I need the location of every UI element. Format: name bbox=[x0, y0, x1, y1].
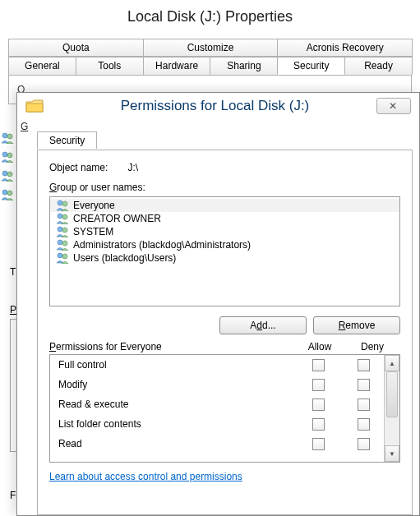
remove-button[interactable]: Remove bbox=[313, 316, 400, 334]
list-item-label: Users (blackdog\Users) bbox=[73, 252, 176, 264]
group-icon bbox=[0, 132, 15, 144]
permission-row: Read bbox=[50, 434, 384, 454]
object-name-value: J:\ bbox=[127, 162, 138, 173]
deny-checkbox[interactable] bbox=[358, 418, 370, 431]
permission-row: Read & execute bbox=[50, 394, 384, 414]
group-icon bbox=[55, 200, 70, 211]
list-item-label: Administrators (blackdog\Administrators) bbox=[73, 239, 251, 251]
deny-checkbox[interactable] bbox=[358, 379, 370, 391]
deny-header: Deny bbox=[344, 341, 400, 352]
list-item-label: CREATOR OWNER bbox=[73, 213, 161, 224]
group-icon bbox=[0, 151, 15, 163]
tab-acronis-recovery[interactable]: Acronis Recovery bbox=[277, 39, 413, 57]
tab-hardware[interactable]: Hardware bbox=[143, 57, 211, 75]
fragment-P: P bbox=[10, 304, 16, 316]
list-item-label: Everyone bbox=[73, 200, 115, 211]
list-item[interactable]: CREATOR OWNER bbox=[50, 212, 399, 225]
add-button[interactable]: Add... bbox=[219, 316, 307, 334]
deny-checkbox[interactable] bbox=[358, 359, 370, 371]
permission-row: List folder contents bbox=[50, 414, 384, 434]
group-icon bbox=[55, 213, 70, 224]
list-item[interactable]: SYSTEM bbox=[50, 225, 399, 238]
fragment-F: F bbox=[10, 490, 16, 501]
tab-ready[interactable]: Ready bbox=[344, 57, 413, 75]
group-user-list[interactable]: EveryoneCREATOR OWNERSYSTEMAdministrator… bbox=[49, 196, 400, 306]
scroll-thumb[interactable] bbox=[386, 371, 398, 417]
permission-name: Read & execute bbox=[58, 399, 293, 410]
object-name-label: Object name: bbox=[49, 162, 108, 173]
list-item-label: SYSTEM bbox=[73, 226, 113, 237]
permissions-grid: Full controlModifyRead & executeList fol… bbox=[49, 354, 400, 463]
group-users-label: Group or user names: bbox=[49, 182, 400, 193]
fragment-T: T bbox=[10, 266, 16, 278]
close-button[interactable]: ✕ bbox=[376, 98, 411, 114]
tab-security[interactable]: Security bbox=[37, 131, 97, 149]
tab-general[interactable]: General bbox=[8, 57, 76, 75]
scrollbar[interactable]: ▲ ▼ bbox=[384, 355, 399, 462]
permission-name: Full control bbox=[58, 359, 293, 371]
permission-row: Full control bbox=[50, 355, 384, 375]
parent-window-title: Local Disk (J:) Properties bbox=[0, 0, 420, 34]
close-icon: ✕ bbox=[389, 100, 399, 112]
list-item[interactable]: Everyone bbox=[50, 199, 399, 212]
tab-sharing[interactable]: Sharing bbox=[210, 57, 278, 75]
list-item[interactable]: Administrators (blackdog\Administrators) bbox=[50, 238, 399, 251]
tab-customize[interactable]: Customize bbox=[143, 39, 279, 57]
sidebar-fragment bbox=[0, 130, 16, 205]
allow-checkbox[interactable] bbox=[312, 379, 325, 391]
allow-checkbox[interactable] bbox=[312, 418, 325, 431]
dialog-title: Permissions for Local Disk (J:) bbox=[53, 98, 376, 114]
allow-checkbox[interactable] bbox=[312, 359, 325, 371]
permission-name: List folder contents bbox=[58, 418, 293, 430]
deny-checkbox[interactable] bbox=[358, 438, 370, 450]
list-item[interactable]: Users (blackdog\Users) bbox=[50, 251, 399, 265]
security-frame: Object name: J:\ Group or user names: Ev… bbox=[37, 150, 413, 515]
allow-checkbox[interactable] bbox=[312, 399, 325, 411]
folder-icon bbox=[25, 99, 44, 113]
permissions-dialog: Permissions for Local Disk (J:) ✕ G Secu… bbox=[16, 92, 420, 516]
tab-security[interactable]: Security bbox=[277, 57, 345, 75]
group-icon bbox=[55, 226, 70, 237]
scroll-down-icon[interactable]: ▼ bbox=[385, 445, 399, 462]
scroll-up-icon[interactable]: ▲ bbox=[385, 355, 399, 371]
learn-link[interactable]: Learn about access control and permissio… bbox=[49, 471, 242, 482]
permission-row: Modify bbox=[50, 375, 384, 394]
fragment-box bbox=[10, 319, 17, 452]
deny-checkbox[interactable] bbox=[358, 399, 370, 411]
group-icon bbox=[55, 239, 70, 251]
group-shortcut-fragment: G bbox=[21, 121, 28, 132]
group-icon bbox=[0, 189, 15, 200]
permissions-header: Permissions for Everyone Allow Deny bbox=[49, 341, 400, 352]
group-icon bbox=[55, 252, 70, 264]
tab-tools[interactable]: Tools bbox=[76, 57, 144, 75]
parent-tabstrip: QuotaCustomizeAcronis Recovery GeneralTo… bbox=[8, 39, 412, 75]
tab-quota[interactable]: Quota bbox=[8, 39, 144, 57]
allow-header: Allow bbox=[295, 341, 344, 352]
allow-checkbox[interactable] bbox=[312, 438, 325, 450]
permission-name: Modify bbox=[58, 379, 293, 390]
permission-name: Read bbox=[58, 438, 293, 449]
group-icon bbox=[0, 170, 15, 182]
